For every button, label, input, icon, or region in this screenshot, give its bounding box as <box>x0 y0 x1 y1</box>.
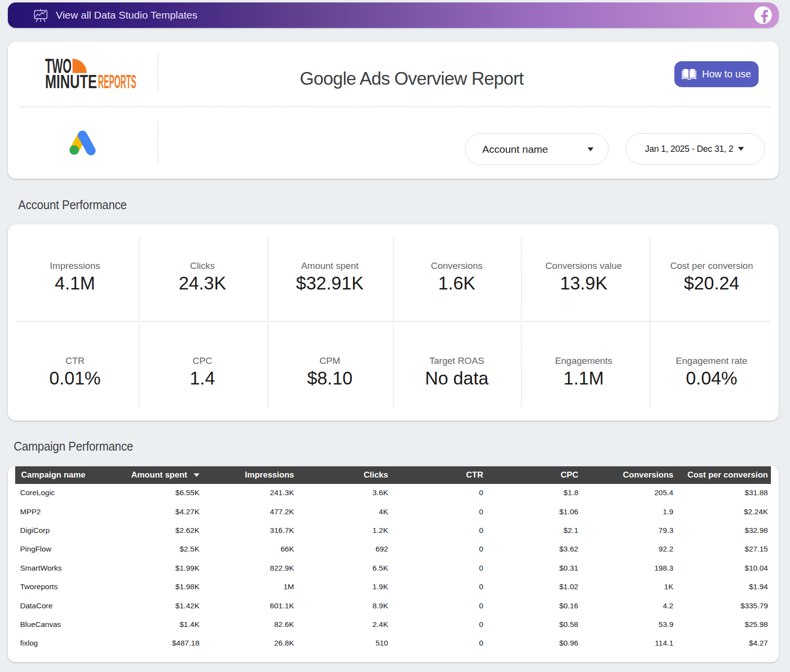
svg-text:REPORTS: REPORTS <box>98 72 136 90</box>
svg-text:MINUTE: MINUTE <box>45 72 97 90</box>
